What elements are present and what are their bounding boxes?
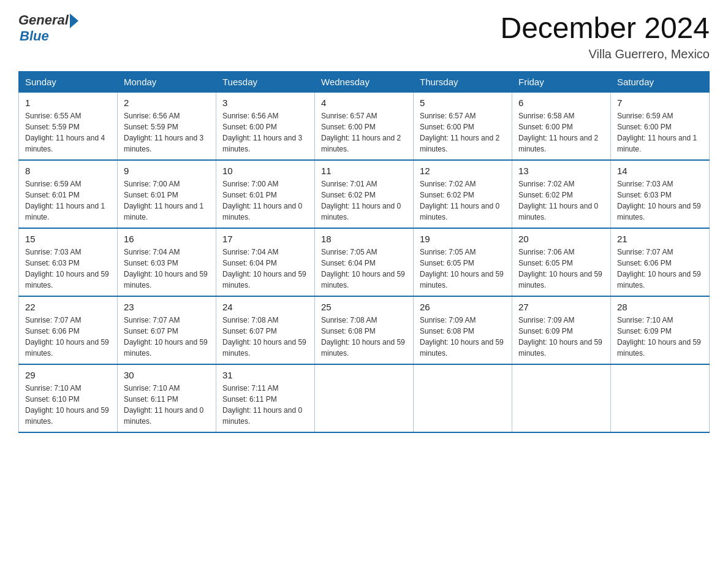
day-number: 31	[222, 370, 308, 380]
calendar-cell: 23Sunrise: 7:07 AMSunset: 6:07 PMDayligh…	[118, 296, 216, 364]
day-number: 26	[420, 302, 506, 312]
logo: General Blue	[18, 12, 78, 44]
weekday-header-friday: Friday	[512, 71, 611, 92]
day-info: Sunrise: 7:04 AMSunset: 6:03 PMDaylight:…	[124, 247, 210, 291]
day-number: 21	[617, 234, 703, 244]
day-number: 15	[25, 234, 111, 244]
week-row-4: 22Sunrise: 7:07 AMSunset: 6:06 PMDayligh…	[19, 296, 710, 364]
calendar-cell: 30Sunrise: 7:10 AMSunset: 6:11 PMDayligh…	[118, 364, 216, 432]
day-info: Sunrise: 7:02 AMSunset: 6:02 PMDaylight:…	[518, 178, 604, 223]
weekday-header-row: SundayMondayTuesdayWednesdayThursdayFrid…	[19, 71, 710, 92]
calendar-cell: 20Sunrise: 7:06 AMSunset: 6:05 PMDayligh…	[512, 228, 611, 296]
calendar-cell: 6Sunrise: 6:58 AMSunset: 6:00 PMDaylight…	[512, 92, 611, 160]
day-number: 16	[124, 234, 210, 244]
calendar-cell: 15Sunrise: 7:03 AMSunset: 6:03 PMDayligh…	[19, 228, 118, 296]
logo-blue-text: Blue	[20, 28, 49, 44]
logo-general-text: General	[18, 12, 69, 28]
day-info: Sunrise: 7:01 AMSunset: 6:02 PMDaylight:…	[321, 178, 407, 223]
day-info: Sunrise: 7:09 AMSunset: 6:09 PMDaylight:…	[518, 315, 604, 359]
calendar-cell: 25Sunrise: 7:08 AMSunset: 6:08 PMDayligh…	[315, 296, 414, 364]
day-info: Sunrise: 7:08 AMSunset: 6:07 PMDaylight:…	[222, 315, 308, 359]
day-number: 17	[222, 234, 308, 244]
day-info: Sunrise: 7:10 AMSunset: 6:11 PMDaylight:…	[124, 383, 210, 427]
month-title: December 2024	[500, 12, 710, 45]
calendar-cell	[414, 364, 512, 432]
day-info: Sunrise: 7:07 AMSunset: 6:06 PMDaylight:…	[25, 315, 111, 359]
location-subtitle: Villa Guerrero, Mexico	[500, 47, 710, 61]
weekday-header-tuesday: Tuesday	[216, 71, 315, 92]
calendar-cell: 21Sunrise: 7:07 AMSunset: 6:06 PMDayligh…	[611, 228, 710, 296]
day-number: 22	[25, 302, 111, 312]
calendar-cell: 26Sunrise: 7:09 AMSunset: 6:08 PMDayligh…	[414, 296, 512, 364]
weekday-header-monday: Monday	[118, 71, 216, 92]
calendar-cell: 1Sunrise: 6:55 AMSunset: 5:59 PMDaylight…	[19, 92, 118, 160]
day-number: 18	[321, 234, 407, 244]
calendar-cell: 28Sunrise: 7:10 AMSunset: 6:09 PMDayligh…	[611, 296, 710, 364]
day-number: 14	[617, 166, 703, 176]
weekday-header-sunday: Sunday	[19, 71, 118, 92]
day-number: 1	[25, 98, 111, 108]
calendar-cell: 13Sunrise: 7:02 AMSunset: 6:02 PMDayligh…	[512, 160, 611, 228]
day-info: Sunrise: 7:00 AMSunset: 6:01 PMDaylight:…	[222, 178, 308, 223]
day-info: Sunrise: 7:02 AMSunset: 6:02 PMDaylight:…	[420, 178, 506, 223]
day-number: 12	[420, 166, 506, 176]
calendar-cell: 18Sunrise: 7:05 AMSunset: 6:04 PMDayligh…	[315, 228, 414, 296]
day-info: Sunrise: 7:04 AMSunset: 6:04 PMDaylight:…	[222, 247, 308, 291]
day-number: 25	[321, 302, 407, 312]
day-number: 5	[420, 98, 506, 108]
calendar-cell	[611, 364, 710, 432]
calendar-cell: 19Sunrise: 7:05 AMSunset: 6:05 PMDayligh…	[414, 228, 512, 296]
day-number: 19	[420, 234, 506, 244]
day-info: Sunrise: 6:57 AMSunset: 6:00 PMDaylight:…	[321, 110, 407, 155]
day-info: Sunrise: 7:05 AMSunset: 6:05 PMDaylight:…	[420, 247, 506, 291]
day-number: 6	[518, 98, 604, 108]
day-info: Sunrise: 6:56 AMSunset: 5:59 PMDaylight:…	[124, 110, 210, 155]
day-info: Sunrise: 7:10 AMSunset: 6:09 PMDaylight:…	[617, 315, 703, 359]
day-number: 29	[25, 370, 111, 380]
day-number: 30	[124, 370, 210, 380]
week-row-2: 8Sunrise: 6:59 AMSunset: 6:01 PMDaylight…	[19, 160, 710, 228]
day-info: Sunrise: 7:10 AMSunset: 6:10 PMDaylight:…	[25, 383, 111, 427]
calendar-cell: 27Sunrise: 7:09 AMSunset: 6:09 PMDayligh…	[512, 296, 611, 364]
day-info: Sunrise: 6:59 AMSunset: 6:01 PMDaylight:…	[25, 178, 111, 223]
title-block: December 2024 Villa Guerrero, Mexico	[500, 12, 710, 61]
day-number: 4	[321, 98, 407, 108]
day-number: 28	[617, 302, 703, 312]
weekday-header-wednesday: Wednesday	[315, 71, 414, 92]
day-number: 27	[518, 302, 604, 312]
day-number: 24	[222, 302, 308, 312]
day-info: Sunrise: 6:56 AMSunset: 6:00 PMDaylight:…	[222, 110, 308, 155]
day-info: Sunrise: 7:07 AMSunset: 6:07 PMDaylight:…	[124, 315, 210, 359]
calendar-cell: 11Sunrise: 7:01 AMSunset: 6:02 PMDayligh…	[315, 160, 414, 228]
day-number: 3	[222, 98, 308, 108]
calendar-cell: 2Sunrise: 6:56 AMSunset: 5:59 PMDaylight…	[118, 92, 216, 160]
day-info: Sunrise: 7:03 AMSunset: 6:03 PMDaylight:…	[617, 178, 703, 223]
day-info: Sunrise: 7:08 AMSunset: 6:08 PMDaylight:…	[321, 315, 407, 359]
calendar-cell: 29Sunrise: 7:10 AMSunset: 6:10 PMDayligh…	[19, 364, 118, 432]
calendar-table: SundayMondayTuesdayWednesdayThursdayFrid…	[18, 71, 710, 433]
day-number: 8	[25, 166, 111, 176]
day-info: Sunrise: 7:09 AMSunset: 6:08 PMDaylight:…	[420, 315, 506, 359]
logo-arrow-icon	[70, 13, 78, 28]
calendar-cell: 24Sunrise: 7:08 AMSunset: 6:07 PMDayligh…	[216, 296, 315, 364]
day-number: 7	[617, 98, 703, 108]
calendar-cell: 22Sunrise: 7:07 AMSunset: 6:06 PMDayligh…	[19, 296, 118, 364]
day-number: 13	[518, 166, 604, 176]
calendar-cell: 14Sunrise: 7:03 AMSunset: 6:03 PMDayligh…	[611, 160, 710, 228]
calendar-cell	[512, 364, 611, 432]
week-row-1: 1Sunrise: 6:55 AMSunset: 5:59 PMDaylight…	[19, 92, 710, 160]
calendar-cell: 16Sunrise: 7:04 AMSunset: 6:03 PMDayligh…	[118, 228, 216, 296]
day-number: 23	[124, 302, 210, 312]
day-info: Sunrise: 6:57 AMSunset: 6:00 PMDaylight:…	[420, 110, 506, 155]
day-info: Sunrise: 7:05 AMSunset: 6:04 PMDaylight:…	[321, 247, 407, 291]
weekday-header-thursday: Thursday	[414, 71, 512, 92]
week-row-3: 15Sunrise: 7:03 AMSunset: 6:03 PMDayligh…	[19, 228, 710, 296]
calendar-cell: 4Sunrise: 6:57 AMSunset: 6:00 PMDaylight…	[315, 92, 414, 160]
page-header: General Blue December 2024 Villa Guerrer…	[18, 12, 710, 61]
day-info: Sunrise: 7:03 AMSunset: 6:03 PMDaylight:…	[25, 247, 111, 291]
day-number: 2	[124, 98, 210, 108]
calendar-cell: 5Sunrise: 6:57 AMSunset: 6:00 PMDaylight…	[414, 92, 512, 160]
day-info: Sunrise: 6:59 AMSunset: 6:00 PMDaylight:…	[617, 110, 703, 155]
weekday-header-saturday: Saturday	[611, 71, 710, 92]
day-number: 11	[321, 166, 407, 176]
